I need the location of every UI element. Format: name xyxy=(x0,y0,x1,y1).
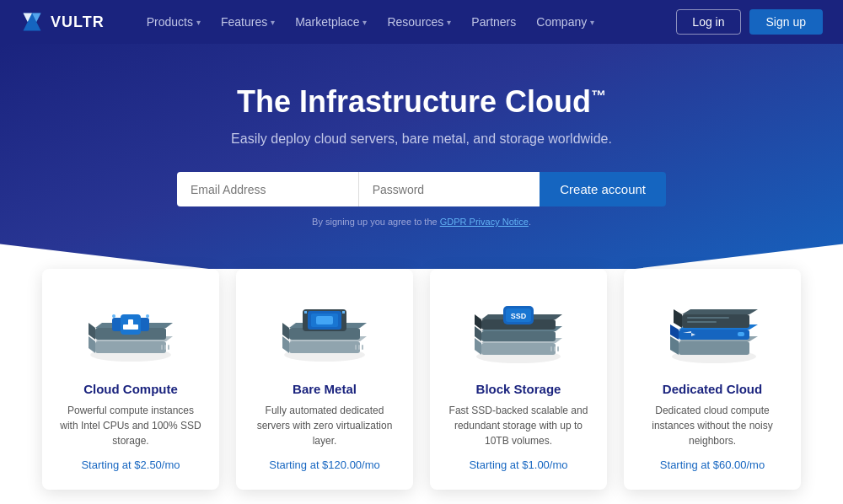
hero-section: The Infrastructure Cloud™ Easily deploy … xyxy=(0,44,843,294)
svg-marker-62 xyxy=(682,309,758,314)
nav-links: Products ▾ Features ▾ Marketplace ▾ Reso… xyxy=(138,10,677,34)
email-input[interactable] xyxy=(177,172,359,206)
svg-rect-34 xyxy=(362,345,363,350)
svg-rect-58 xyxy=(738,332,744,336)
hero-legal-text: By signing up you agree to the GDPR Priv… xyxy=(17,217,826,227)
block-storage-price: Starting at $1.00/mo xyxy=(447,458,590,471)
nav-actions: Log in Sign up xyxy=(676,9,823,35)
svg-rect-39 xyxy=(481,331,556,341)
vultr-logo-icon xyxy=(20,10,44,34)
svg-rect-52 xyxy=(679,341,749,355)
hero-form: Create account xyxy=(177,172,666,206)
svg-rect-31 xyxy=(342,311,345,314)
logo-text: VULTR xyxy=(51,13,105,31)
svg-marker-53 xyxy=(670,336,679,355)
hero-title: The Infrastructure Cloud™ xyxy=(17,84,826,120)
card-cloud-compute[interactable]: Cloud Compute Powerful compute instances… xyxy=(42,269,219,490)
login-button[interactable]: Log in xyxy=(676,9,740,35)
svg-rect-30 xyxy=(304,311,307,314)
nav-company[interactable]: Company ▾ xyxy=(528,10,603,34)
svg-rect-29 xyxy=(316,316,333,324)
svg-rect-16 xyxy=(161,345,163,350)
chevron-down-icon: ▾ xyxy=(196,18,201,27)
cloud-compute-title: Cloud Compute xyxy=(59,382,202,396)
create-account-button[interactable]: Create account xyxy=(540,172,666,206)
svg-rect-33 xyxy=(358,345,360,350)
bare-metal-price: Starting at $120.00/mo xyxy=(253,458,396,471)
password-input[interactable] xyxy=(359,172,540,206)
hero-subtitle: Easily deploy cloud servers, bare metal,… xyxy=(17,131,826,147)
dedicated-cloud-price: Starting at $60.00/mo xyxy=(641,458,784,471)
svg-rect-64 xyxy=(687,321,717,323)
svg-rect-4 xyxy=(95,341,166,353)
navbar: VULTR Products ▾ Features ▾ Marketplace … xyxy=(0,0,843,44)
card-dedicated-cloud[interactable]: Dedicated Cloud Dedicated cloud compute … xyxy=(624,269,801,490)
block-storage-desc: Fast SSD-backed scalable and redundant s… xyxy=(447,403,590,448)
nav-partners[interactable]: Partners xyxy=(463,10,524,34)
dedicated-cloud-illustration xyxy=(662,286,763,370)
svg-rect-48 xyxy=(550,346,552,351)
signup-button[interactable]: Sign up xyxy=(749,9,823,35)
svg-point-15 xyxy=(146,314,149,318)
cloud-compute-desc: Powerful compute instances with Intel CP… xyxy=(59,403,202,448)
bare-metal-title: Bare Metal xyxy=(253,382,396,396)
dedicated-cloud-desc: Dedicated cloud compute instances withou… xyxy=(641,403,784,448)
svg-rect-18 xyxy=(168,345,169,350)
block-storage-illustration: SSD xyxy=(468,286,569,370)
nav-products[interactable]: Products ▾ xyxy=(138,10,209,34)
bare-metal-desc: Fully automated dedicated servers with z… xyxy=(253,403,396,448)
chevron-down-icon: ▾ xyxy=(447,18,451,27)
nav-marketplace[interactable]: Marketplace ▾ xyxy=(287,10,375,34)
dedicated-cloud-title: Dedicated Cloud xyxy=(641,382,784,396)
svg-rect-63 xyxy=(687,317,729,319)
svg-point-14 xyxy=(112,314,115,318)
chevron-down-icon: ▾ xyxy=(362,18,367,27)
cloud-compute-price: Starting at $2.50/mo xyxy=(59,458,202,471)
svg-rect-49 xyxy=(554,346,556,351)
nav-features[interactable]: Features ▾ xyxy=(212,10,283,34)
svg-text:SSD: SSD xyxy=(511,312,527,320)
gdpr-link[interactable]: GDPR Privacy Notice xyxy=(440,217,529,227)
bare-metal-illustration xyxy=(274,286,375,370)
svg-rect-13 xyxy=(123,324,138,330)
chevron-down-icon: ▾ xyxy=(590,18,594,27)
cloud-compute-illustration xyxy=(80,286,181,370)
logo[interactable]: VULTR xyxy=(20,10,105,34)
svg-rect-20 xyxy=(289,341,360,353)
nav-resources[interactable]: Resources ▾ xyxy=(379,10,459,34)
card-bare-metal[interactable]: Bare Metal Fully automated dedicated ser… xyxy=(236,269,413,490)
block-storage-title: Block Storage xyxy=(447,382,590,396)
card-block-storage[interactable]: SSD Block Storage Fast SSD-backed scalab… xyxy=(430,269,607,490)
product-cards-section: Cloud Compute Powerful compute instances… xyxy=(0,269,843,490)
svg-rect-50 xyxy=(557,346,559,351)
svg-rect-32 xyxy=(355,345,357,350)
svg-marker-61 xyxy=(674,309,682,328)
svg-rect-36 xyxy=(481,343,556,355)
svg-rect-17 xyxy=(164,345,166,350)
chevron-down-icon: ▾ xyxy=(271,18,275,27)
